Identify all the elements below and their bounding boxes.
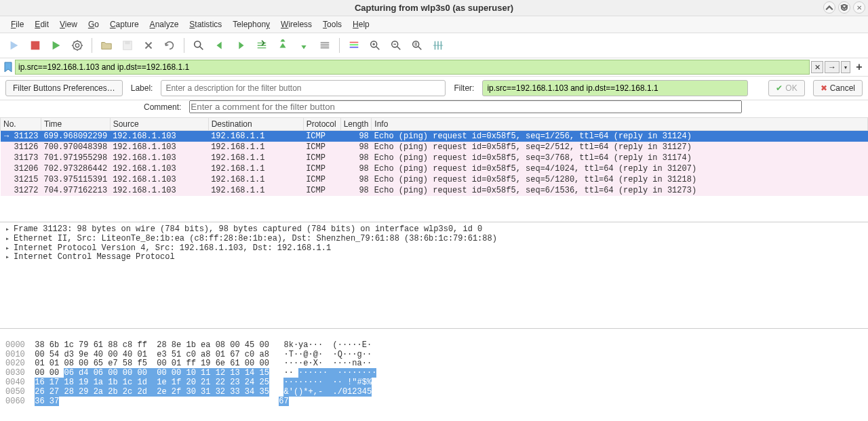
close-file-button[interactable] bbox=[140, 37, 157, 54]
menu-go[interactable]: Go bbox=[83, 18, 104, 31]
save-file-button[interactable] bbox=[119, 37, 136, 54]
zoom-out-button[interactable] bbox=[387, 37, 405, 54]
filter-clear-button[interactable]: ✕ bbox=[811, 61, 823, 73]
filter-add-button[interactable]: + bbox=[853, 61, 865, 73]
maximize-button[interactable] bbox=[838, 1, 850, 14]
separator-icon bbox=[184, 38, 184, 53]
label-field-label: Label: bbox=[131, 83, 153, 93]
packet-row[interactable]: → 31123699.968092299192.168.1.103192.168… bbox=[1, 131, 868, 142]
go-to-packet-button[interactable] bbox=[253, 37, 271, 54]
titlebar: Capturing from wlp3s0 (as superuser) ✕ bbox=[0, 0, 868, 16]
menu-telephony[interactable]: Telephony bbox=[227, 18, 275, 31]
filter-buttons-panel: Filter Buttons Preferences… Label: Filte… bbox=[0, 77, 868, 100]
tree-row-ethernet[interactable]: ▸Ethernet II, Src: LiteonTe_8e:1b:ea (c8… bbox=[5, 235, 863, 244]
packet-row[interactable]: 31126700.970048398192.168.1.103192.168.1… bbox=[1, 142, 868, 153]
col-length[interactable]: Length bbox=[340, 118, 372, 131]
col-destination[interactable]: Destination bbox=[208, 118, 303, 131]
packet-list-header[interactable]: No. Time Source Destination Protocol Len… bbox=[1, 118, 868, 131]
open-file-button[interactable] bbox=[98, 37, 115, 54]
expand-arrow-icon[interactable]: ▸ bbox=[5, 245, 14, 253]
col-time[interactable]: Time bbox=[41, 118, 111, 131]
svg-rect-9 bbox=[350, 47, 359, 48]
packet-row[interactable]: 31173701.971955298192.168.1.103192.168.1… bbox=[1, 153, 868, 163]
capture-options-button[interactable] bbox=[68, 37, 86, 54]
zoom-reset-button[interactable] bbox=[408, 37, 426, 54]
highlighted-bytes: 26 27 28 29 2a 2b 2c 2d 2e 2f 30 31 32 3… bbox=[35, 387, 269, 397]
filter-history-dropdown[interactable]: ▾ bbox=[841, 61, 850, 73]
menu-tools[interactable]: Tools bbox=[317, 18, 347, 31]
reload-button[interactable] bbox=[161, 37, 178, 54]
filter-field-label: Filter: bbox=[454, 83, 474, 93]
filter-comment-row: Comment: bbox=[0, 100, 868, 117]
zoom-in-button[interactable] bbox=[366, 37, 384, 54]
comment-field-label: Comment: bbox=[144, 102, 181, 112]
tree-row-ip[interactable]: ▸Internet Protocol Version 4, Src: 192.1… bbox=[5, 244, 863, 254]
check-icon: ✔ bbox=[776, 83, 783, 93]
menu-file[interactable]: File bbox=[5, 18, 29, 31]
start-capture-button[interactable] bbox=[5, 37, 23, 54]
svg-point-3 bbox=[75, 43, 79, 47]
expand-arrow-icon[interactable]: ▸ bbox=[5, 235, 14, 243]
svg-rect-7 bbox=[350, 42, 359, 43]
svg-rect-5 bbox=[125, 41, 130, 44]
packet-bytes-pane[interactable]: 0000 38 6b 1c 79 61 88 c8 ff 28 8e 1b ea… bbox=[0, 329, 868, 414]
filter-label-input[interactable] bbox=[161, 80, 446, 96]
menubar: File Edit View Go Capture Analyze Statis… bbox=[0, 16, 868, 33]
tree-row-icmp[interactable]: ▸Internet Control Message Protocol bbox=[5, 253, 863, 262]
stop-capture-button[interactable] bbox=[26, 37, 44, 54]
menu-edit[interactable]: Edit bbox=[29, 18, 54, 31]
close-button[interactable]: ✕ bbox=[853, 1, 865, 14]
packet-list-pane[interactable]: No. Time Source Destination Protocol Len… bbox=[0, 117, 868, 222]
find-packet-button[interactable] bbox=[190, 37, 208, 54]
close-icon: ✖ bbox=[821, 83, 827, 93]
resize-columns-button[interactable] bbox=[429, 37, 447, 54]
colorize-button[interactable] bbox=[345, 37, 363, 54]
menu-help[interactable]: Help bbox=[347, 18, 375, 31]
restart-capture-button[interactable] bbox=[47, 37, 65, 54]
filter-buttons-preferences-button[interactable]: Filter Buttons Preferences… bbox=[5, 80, 123, 96]
svg-rect-1 bbox=[31, 41, 40, 50]
go-last-packet-button[interactable] bbox=[295, 37, 313, 54]
filter-apply-button[interactable]: → bbox=[825, 61, 840, 73]
packet-row[interactable]: 31215703.975115391192.168.1.103192.168.1… bbox=[1, 174, 868, 185]
bookmark-icon[interactable] bbox=[3, 62, 14, 73]
svg-rect-8 bbox=[350, 44, 359, 45]
packet-details-pane[interactable]: ▸Frame 31123: 98 bytes on wire (784 bits… bbox=[0, 222, 868, 329]
col-no[interactable]: No. bbox=[1, 118, 41, 131]
minimize-button[interactable] bbox=[823, 1, 835, 14]
go-forward-button[interactable] bbox=[232, 37, 250, 54]
auto-scroll-button[interactable] bbox=[316, 37, 334, 54]
go-first-packet-button[interactable] bbox=[274, 37, 292, 54]
packet-row[interactable]: 31272704.977162213192.168.1.103192.168.1… bbox=[1, 185, 868, 196]
go-back-button[interactable] bbox=[211, 37, 229, 54]
display-filter-input[interactable] bbox=[15, 60, 810, 75]
highlighted-bytes: 36 37 bbox=[35, 397, 59, 406]
toolbar bbox=[0, 33, 868, 58]
ok-button[interactable]: ✔OK bbox=[768, 80, 804, 96]
cancel-button[interactable]: ✖Cancel bbox=[813, 80, 863, 96]
highlighted-bytes: 16 17 18 19 1a 1b 1c 1d 1e 1f 20 21 22 2… bbox=[35, 378, 269, 387]
menu-view[interactable]: View bbox=[54, 18, 83, 31]
separator-icon bbox=[339, 38, 340, 53]
highlighted-bytes: 06 d4 06 00 00 00 00 00 10 11 12 13 14 1… bbox=[64, 368, 269, 378]
menu-wireless[interactable]: Wireless bbox=[275, 18, 317, 31]
filter-expression-display[interactable] bbox=[482, 80, 748, 96]
menu-analyze[interactable]: Analyze bbox=[144, 18, 184, 31]
display-filter-bar: ✕ → ▾ + bbox=[0, 58, 868, 77]
col-info[interactable]: Info bbox=[372, 118, 868, 131]
col-protocol[interactable]: Protocol bbox=[303, 118, 340, 131]
menu-capture[interactable]: Capture bbox=[104, 18, 144, 31]
expand-arrow-icon[interactable]: ▸ bbox=[5, 254, 14, 262]
tree-row-frame[interactable]: ▸Frame 31123: 98 bytes on wire (784 bits… bbox=[5, 225, 863, 235]
separator-icon bbox=[92, 38, 92, 53]
svg-point-6 bbox=[195, 41, 201, 47]
packet-row[interactable]: 31206702.973286442192.168.1.103192.168.1… bbox=[1, 163, 868, 174]
expand-arrow-icon[interactable]: ▸ bbox=[5, 226, 14, 234]
col-source[interactable]: Source bbox=[110, 118, 208, 131]
filter-comment-input[interactable] bbox=[189, 100, 742, 113]
window-title: Capturing from wlp3s0 (as superuser) bbox=[355, 3, 513, 13]
menu-statistics[interactable]: Statistics bbox=[184, 18, 227, 31]
